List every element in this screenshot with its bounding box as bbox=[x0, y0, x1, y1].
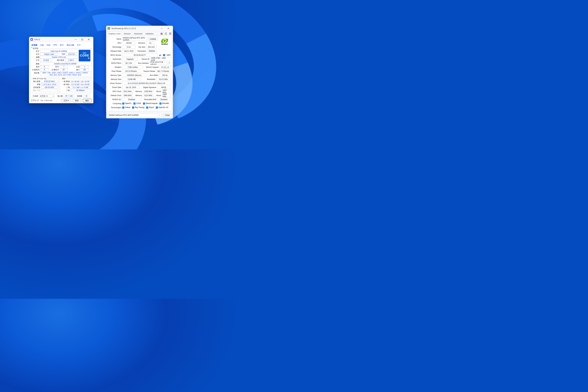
gval-drvver: 31.0.15.5123 (NVIDIA 551.23) DCH / Win11… bbox=[122, 82, 170, 85]
glbl-tex: Texture Fillrate bbox=[141, 70, 155, 72]
gval-gpuclk: 2012 MHz bbox=[122, 90, 133, 93]
tab-bench[interactable]: 测试分數 bbox=[66, 43, 74, 48]
share-icon[interactable] bbox=[159, 54, 162, 56]
glbl-dx: DirectX Support bbox=[144, 66, 159, 68]
lbl-l1i: 一级 指令 bbox=[61, 83, 70, 86]
clock-fieldset: 时钟 (P-Core #0) 核心速度5700.00 MHz 倍频x 57.0 … bbox=[30, 78, 59, 93]
close-button[interactable] bbox=[165, 26, 172, 31]
gval-tech: 5 nm bbox=[122, 46, 135, 48]
glbl-pix: Pixel Fillrate bbox=[108, 70, 121, 72]
hamburger-icon[interactable] bbox=[169, 33, 171, 35]
glbl-rebar: Resizable BAR bbox=[142, 98, 156, 100]
lbl-rated: 额定 FSB bbox=[32, 89, 40, 92]
gval-name: NVIDIA GeForce RTX 4070 SUPER bbox=[122, 37, 147, 40]
glbl-devid: Device ID bbox=[139, 58, 150, 60]
tab-about[interactable]: 关于 bbox=[77, 43, 81, 48]
gval-rel: Jan 8, 2024 bbox=[122, 50, 135, 52]
cpu-fieldset: 处理器 名字Intel Core i9 14900K 代号Raptor Lake… bbox=[30, 48, 92, 78]
gval-bwidth: 192 bit bbox=[159, 74, 170, 77]
val-instr: MMX, SSE, SSE2, SSE3, SSSE3, SSE4.1, SSE… bbox=[40, 71, 90, 76]
uefi-checkbox[interactable]: ✓ bbox=[163, 54, 165, 56]
val-cores: 8P + 16E bbox=[64, 94, 74, 98]
tab-spd[interactable]: SPD bbox=[53, 43, 58, 48]
lbl-process: 工艺 bbox=[32, 59, 40, 62]
lookup-button[interactable]: Lookup bbox=[148, 37, 158, 41]
screenshot-icon[interactable] bbox=[160, 33, 163, 35]
glbl-rel: Release Date bbox=[108, 50, 121, 52]
cache-fieldset: 缓存 一级 数据8 x 48 KB + 16 x 32 KB 一级 指令8 x … bbox=[60, 78, 92, 93]
chk-raytracing[interactable]: ✓Ray Tracing bbox=[132, 106, 144, 108]
chk-directml[interactable]: ✓DirectML bbox=[160, 102, 169, 104]
tab-mainboard[interactable]: 主板 bbox=[40, 43, 44, 48]
chk-vulkan[interactable]: ✓Vulkan bbox=[122, 106, 130, 108]
glbl-tech: Technology bbox=[108, 46, 121, 48]
tab-cpu[interactable]: 处理器 bbox=[31, 43, 38, 48]
chk-opengl[interactable]: ✓OpenGL 4.6 bbox=[156, 106, 168, 108]
val-vcore: 1.308 V bbox=[65, 59, 77, 62]
glbl-defclk: Default Clock bbox=[108, 94, 121, 96]
lbl-extfamily: 扩展系列 bbox=[32, 68, 40, 71]
val-extmodel: B7 bbox=[60, 68, 68, 71]
val-l3: 36 MBytes bbox=[71, 89, 90, 92]
verify-button[interactable]: 验证 bbox=[72, 99, 81, 102]
bus-help[interactable]: ? bbox=[168, 62, 170, 65]
tools-button[interactable]: 工具▾ bbox=[61, 99, 71, 102]
svg-rect-3 bbox=[82, 39, 83, 40]
glbl-sli: NVIDIA SLI bbox=[108, 98, 121, 100]
val-model: 7 bbox=[60, 65, 68, 68]
close-button[interactable] bbox=[86, 37, 92, 42]
tab-memory[interactable]: 内存 bbox=[46, 43, 51, 48]
lbl-l3: 三级 bbox=[61, 89, 70, 92]
chk-physx[interactable]: ✓PhysX bbox=[146, 106, 154, 108]
glbl-boost1: Boost bbox=[154, 90, 161, 92]
glbl-gpu: GPU bbox=[108, 42, 121, 44]
cpuz-titlebar[interactable]: CPU-Z bbox=[29, 37, 93, 42]
ok-button[interactable]: 确定 bbox=[83, 99, 92, 102]
val-l1d: 8 x 48 KB + 16 x 32 KB bbox=[71, 80, 90, 83]
tab-graphics-card[interactable]: Graphics Card bbox=[107, 32, 122, 36]
glbl-busif: Bus Interface bbox=[136, 62, 149, 64]
glbl-bw: Bandwidth bbox=[142, 78, 155, 80]
tab-advanced[interactable]: Advanced bbox=[132, 32, 144, 36]
gpuz-titlebar[interactable]: TechPowerUp GPU-Z 2.57.0 bbox=[106, 26, 173, 31]
tab-sensors[interactable]: Sensors bbox=[122, 32, 132, 36]
glbl-die: Die Size bbox=[136, 46, 145, 48]
glbl-mem2: Memory bbox=[134, 94, 142, 96]
refresh-icon[interactable] bbox=[165, 33, 167, 35]
lbl-selected: 已选择 bbox=[31, 95, 38, 98]
maximize-button[interactable] bbox=[79, 37, 86, 42]
cpuz-icon bbox=[30, 38, 33, 41]
val-corespd: 5700.00 MHz bbox=[41, 80, 58, 83]
lbl-extmodel: 扩展型号 bbox=[49, 68, 59, 71]
gpuz-title: TechPowerUp GPU-Z 2.57.0 bbox=[111, 27, 136, 30]
minimize-button[interactable] bbox=[72, 37, 79, 42]
gval-mem1: 1338 MHz bbox=[143, 90, 154, 93]
gval-msize: 12288 MB bbox=[122, 78, 141, 81]
val-revision: B0 bbox=[81, 68, 89, 71]
gval-boost2: 2565 MHz bbox=[162, 94, 170, 97]
gval-drvdate: Jan 18, 2024 bbox=[122, 86, 140, 89]
chk-cuda[interactable]: ✓CUDA bbox=[134, 102, 141, 104]
val-mult: x 57.0 (8.0 - 60.0) bbox=[41, 83, 58, 86]
chk-opencl[interactable]: ✓OpenCL bbox=[122, 102, 132, 104]
processor-select[interactable]: 处理器 #1 bbox=[39, 94, 54, 98]
svg-rect-14 bbox=[161, 33, 162, 33]
lbl-spec: 规格 bbox=[32, 62, 40, 65]
close-button-bottom[interactable]: Close bbox=[163, 113, 172, 117]
gpuz-icon bbox=[108, 27, 110, 30]
tab-validation[interactable]: Validation bbox=[144, 32, 155, 36]
val-tdp: 125.0 W bbox=[66, 53, 77, 56]
tab-graphics[interactable]: 显卡 bbox=[60, 43, 64, 48]
gval-sli: Disabled bbox=[122, 98, 141, 101]
lbl-cores: 核心数 bbox=[56, 95, 63, 98]
gval-devid: 10DE 2783 - 1458 4138 bbox=[150, 58, 170, 61]
svg-rect-1 bbox=[31, 39, 32, 40]
chk-directcompute[interactable]: ✓DirectCompute bbox=[143, 102, 158, 104]
gpuz-window: TechPowerUp GPU-Z 2.57.0 Graphics Card S… bbox=[106, 26, 173, 113]
gpu-select[interactable]: NVIDIA GeForce RTX 4070 SUPER bbox=[108, 113, 162, 117]
minimize-button[interactable] bbox=[158, 26, 165, 31]
lbl-revision: 修订 bbox=[69, 68, 80, 71]
lbl-mult: 倍频 bbox=[32, 83, 40, 86]
gval-tex: 581.7 GTexel/s bbox=[156, 70, 170, 73]
val-spec: Intel(R) Core(TM) i9-14900K bbox=[40, 62, 90, 65]
